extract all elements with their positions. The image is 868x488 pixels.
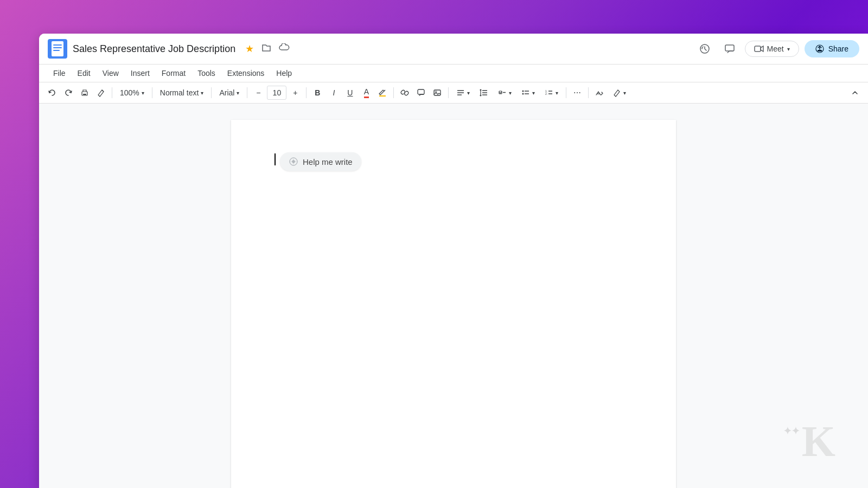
- share-button[interactable]: Share: [805, 40, 859, 57]
- svg-rect-13: [434, 90, 441, 95]
- numbered-dropdown[interactable]: 1.2. ▾: [540, 87, 563, 99]
- svg-rect-2: [53, 47, 62, 48]
- svg-rect-6: [755, 46, 761, 52]
- zoom-arrow-icon: ▾: [142, 90, 144, 96]
- edit-mode-dropdown[interactable]: ▾: [608, 87, 630, 99]
- menu-file[interactable]: File: [48, 66, 71, 81]
- history-button[interactable]: [695, 39, 714, 59]
- redo-button[interactable]: [61, 85, 76, 101]
- menu-bar: File Edit View Insert Format Tools Exten…: [39, 65, 868, 82]
- svg-point-14: [435, 91, 437, 93]
- separator-7: [448, 87, 449, 98]
- bullet-arrow-icon: ▾: [532, 90, 535, 96]
- svg-point-24: [522, 93, 524, 95]
- toolbar: 100% ▾ Normal text ▾ Arial ▾ − 10 + B I …: [39, 82, 868, 104]
- text-color-button[interactable]: A: [359, 85, 374, 101]
- more-options-button[interactable]: ⋯: [570, 85, 585, 101]
- separator-2: [152, 87, 152, 98]
- more-icon: ⋯: [573, 88, 581, 97]
- watermark-letter: K: [802, 417, 835, 466]
- separator-5: [306, 87, 307, 98]
- menu-view[interactable]: View: [97, 66, 124, 81]
- text-cursor: [275, 153, 276, 165]
- linespacing-dropdown[interactable]: [475, 87, 493, 99]
- checklist-dropdown[interactable]: ▾: [494, 87, 516, 99]
- font-value: Arial: [219, 88, 234, 97]
- svg-point-23: [522, 91, 524, 92]
- title-left: Sales Representative Job Description ★: [48, 39, 290, 59]
- ai-sparkle-icon: [289, 157, 298, 166]
- bullet-dropdown[interactable]: ▾: [517, 87, 539, 99]
- svg-rect-0: [52, 41, 63, 56]
- checklist-arrow-icon: ▾: [509, 90, 512, 96]
- help-me-write-button[interactable]: Help me write: [280, 152, 361, 171]
- zoom-value: 100%: [120, 88, 139, 97]
- comments-button[interactable]: [720, 39, 739, 59]
- title-icons: ★: [245, 43, 290, 55]
- svg-text:2.: 2.: [545, 92, 547, 95]
- help-me-write-label: Help me write: [303, 157, 353, 166]
- separator-3: [211, 87, 212, 98]
- collapse-toolbar-button[interactable]: [847, 85, 863, 101]
- zoom-dropdown[interactable]: 100% ▾: [116, 87, 149, 99]
- menu-edit[interactable]: Edit: [72, 66, 96, 81]
- style-value: Normal text: [160, 88, 199, 97]
- separator-6: [393, 87, 394, 98]
- style-dropdown[interactable]: Normal text ▾: [156, 87, 208, 99]
- meet-button[interactable]: Meet ▾: [745, 41, 799, 57]
- separator-8: [566, 87, 566, 98]
- align-arrow-icon: ▾: [467, 90, 470, 96]
- doc-area: Help me write ✦✦ K: [39, 104, 868, 488]
- bold-button[interactable]: B: [310, 85, 325, 101]
- link-button[interactable]: [397, 85, 412, 101]
- separator-4: [247, 87, 247, 98]
- numbered-arrow-icon: ▾: [556, 90, 558, 96]
- cursor-line: Help me write: [275, 152, 633, 171]
- paintformat-button[interactable]: [93, 85, 108, 101]
- svg-rect-10: [83, 94, 86, 95]
- font-arrow-icon: ▾: [237, 90, 239, 96]
- svg-rect-12: [418, 89, 424, 94]
- svg-rect-8: [818, 50, 822, 52]
- document-page[interactable]: Help me write: [231, 120, 676, 488]
- folder-icon[interactable]: [261, 43, 271, 54]
- separator-1: [112, 87, 112, 98]
- spellcheck-button[interactable]: [592, 85, 607, 101]
- menu-insert[interactable]: Insert: [125, 66, 155, 81]
- font-size-display[interactable]: 10: [267, 86, 286, 100]
- comment-toolbar-button[interactable]: [413, 85, 429, 101]
- share-label: Share: [828, 44, 848, 53]
- meet-arrow-icon: ▾: [787, 46, 790, 52]
- doc-title: Sales Representative Job Description: [73, 43, 235, 55]
- menu-format[interactable]: Format: [156, 66, 191, 81]
- font-size-decrease-button[interactable]: −: [251, 85, 266, 101]
- cloud-icon[interactable]: [279, 43, 290, 54]
- italic-button[interactable]: I: [326, 85, 341, 101]
- meet-label: Meet: [767, 44, 784, 53]
- font-dropdown[interactable]: Arial ▾: [215, 87, 244, 99]
- menu-extensions[interactable]: Extensions: [222, 66, 270, 81]
- highlight-button[interactable]: [375, 85, 390, 101]
- svg-rect-5: [725, 45, 734, 51]
- style-arrow-icon: ▾: [201, 90, 203, 96]
- text-color-icon: A: [364, 87, 369, 98]
- title-bar: Sales Representative Job Description ★: [39, 34, 868, 65]
- separator-9: [588, 87, 589, 98]
- svg-rect-3: [53, 50, 60, 51]
- watermark-k: ✦✦ K: [783, 417, 835, 466]
- menu-help[interactable]: Help: [271, 66, 297, 81]
- svg-rect-1: [53, 44, 62, 46]
- undo-button[interactable]: [44, 85, 60, 101]
- print-button[interactable]: [77, 85, 92, 101]
- align-dropdown[interactable]: ▾: [452, 87, 474, 99]
- docs-icon: [48, 39, 67, 59]
- image-button[interactable]: [430, 85, 445, 101]
- menu-tools[interactable]: Tools: [192, 66, 221, 81]
- watermark-dots: ✦✦: [783, 425, 800, 437]
- font-size-increase-button[interactable]: +: [288, 85, 303, 101]
- edit-mode-arrow-icon: ▾: [623, 90, 626, 96]
- title-right: Meet ▾ Share: [695, 39, 859, 59]
- underline-button[interactable]: U: [342, 85, 358, 101]
- star-icon[interactable]: ★: [245, 43, 254, 55]
